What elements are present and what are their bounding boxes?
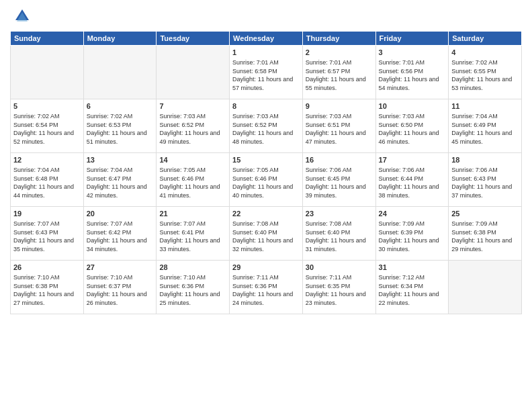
- day-info: Sunrise: 7:10 AM Sunset: 6:36 PM Dayligh…: [159, 274, 220, 306]
- weekday-wednesday: Wednesday: [230, 32, 303, 46]
- day-info: Sunrise: 7:07 AM Sunset: 6:43 PM Dayligh…: [13, 220, 74, 253]
- day-info: Sunrise: 7:03 AM Sunset: 6:52 PM Dayligh…: [159, 113, 220, 145]
- day-cell: [11, 46, 84, 99]
- weekday-tuesday: Tuesday: [157, 32, 230, 46]
- day-number: 31: [379, 263, 446, 273]
- day-number: 29: [232, 263, 300, 273]
- day-cell: 18Sunrise: 7:06 AM Sunset: 6:43 PM Dayli…: [449, 153, 522, 207]
- day-cell: 1Sunrise: 7:01 AM Sunset: 6:58 PM Daylig…: [230, 46, 303, 99]
- page: SundayMondayTuesdayWednesdayThursdayFrid…: [0, 0, 532, 411]
- day-info: Sunrise: 7:01 AM Sunset: 6:58 PM Dayligh…: [232, 59, 293, 91]
- day-info: Sunrise: 7:06 AM Sunset: 6:43 PM Dayligh…: [451, 167, 512, 199]
- calendar-table: SundayMondayTuesdayWednesdayThursdayFrid…: [10, 31, 522, 314]
- day-cell: [157, 46, 230, 99]
- day-cell: [83, 46, 157, 99]
- day-cell: 16Sunrise: 7:06 AM Sunset: 6:45 PM Dayli…: [302, 153, 375, 207]
- day-info: Sunrise: 7:10 AM Sunset: 6:38 PM Dayligh…: [13, 274, 74, 306]
- day-cell: 10Sunrise: 7:03 AM Sunset: 6:50 PM Dayli…: [375, 99, 449, 153]
- day-info: Sunrise: 7:01 AM Sunset: 6:56 PM Dayligh…: [379, 59, 439, 91]
- day-cell: 4Sunrise: 7:02 AM Sunset: 6:55 PM Daylig…: [449, 46, 522, 99]
- day-cell: [449, 261, 522, 314]
- day-info: Sunrise: 7:07 AM Sunset: 6:42 PM Dayligh…: [87, 220, 147, 253]
- day-info: Sunrise: 7:03 AM Sunset: 6:50 PM Dayligh…: [379, 113, 439, 145]
- day-cell: 5Sunrise: 7:02 AM Sunset: 6:54 PM Daylig…: [11, 99, 84, 153]
- day-info: Sunrise: 7:08 AM Sunset: 6:40 PM Dayligh…: [232, 220, 293, 253]
- day-info: Sunrise: 7:12 AM Sunset: 6:34 PM Dayligh…: [379, 274, 439, 306]
- weekday-sunday: Sunday: [11, 32, 84, 46]
- day-cell: 21Sunrise: 7:07 AM Sunset: 6:41 PM Dayli…: [157, 207, 230, 261]
- day-number: 10: [379, 101, 446, 111]
- day-cell: 13Sunrise: 7:04 AM Sunset: 6:47 PM Dayli…: [83, 153, 157, 207]
- day-info: Sunrise: 7:06 AM Sunset: 6:45 PM Dayligh…: [306, 167, 366, 199]
- day-number: 12: [13, 155, 81, 165]
- day-info: Sunrise: 7:03 AM Sunset: 6:52 PM Dayligh…: [232, 113, 293, 145]
- week-row-5: 26Sunrise: 7:10 AM Sunset: 6:38 PM Dayli…: [11, 261, 522, 314]
- day-info: Sunrise: 7:05 AM Sunset: 6:46 PM Dayligh…: [232, 167, 293, 199]
- day-number: 17: [379, 155, 446, 165]
- day-number: 16: [306, 155, 373, 165]
- day-info: Sunrise: 7:07 AM Sunset: 6:41 PM Dayligh…: [159, 220, 220, 253]
- day-cell: 27Sunrise: 7:10 AM Sunset: 6:37 PM Dayli…: [83, 261, 157, 314]
- day-number: 24: [379, 209, 446, 219]
- weekday-friday: Friday: [375, 32, 449, 46]
- day-cell: 30Sunrise: 7:11 AM Sunset: 6:35 PM Dayli…: [302, 261, 375, 314]
- day-info: Sunrise: 7:01 AM Sunset: 6:57 PM Dayligh…: [306, 59, 366, 91]
- logo: [10, 7, 32, 26]
- day-info: Sunrise: 7:11 AM Sunset: 6:36 PM Dayligh…: [232, 274, 293, 306]
- day-info: Sunrise: 7:04 AM Sunset: 6:47 PM Dayligh…: [87, 167, 147, 199]
- day-cell: 3Sunrise: 7:01 AM Sunset: 6:56 PM Daylig…: [375, 46, 449, 99]
- day-number: 9: [306, 101, 373, 111]
- day-cell: 23Sunrise: 7:08 AM Sunset: 6:40 PM Dayli…: [302, 207, 375, 261]
- logo-icon: [13, 7, 32, 26]
- day-cell: 17Sunrise: 7:06 AM Sunset: 6:44 PM Dayli…: [375, 153, 449, 207]
- weekday-saturday: Saturday: [449, 32, 522, 46]
- day-number: 6: [87, 101, 154, 111]
- day-number: 21: [159, 209, 226, 219]
- day-number: 23: [306, 209, 373, 219]
- day-number: 18: [451, 155, 519, 165]
- day-number: 25: [451, 209, 519, 219]
- day-number: 28: [159, 263, 226, 273]
- day-cell: 7Sunrise: 7:03 AM Sunset: 6:52 PM Daylig…: [157, 99, 230, 153]
- day-info: Sunrise: 7:02 AM Sunset: 6:55 PM Dayligh…: [451, 59, 512, 91]
- day-info: Sunrise: 7:05 AM Sunset: 6:46 PM Dayligh…: [159, 167, 220, 199]
- day-number: 30: [306, 263, 373, 273]
- day-info: Sunrise: 7:04 AM Sunset: 6:48 PM Dayligh…: [13, 167, 74, 199]
- day-info: Sunrise: 7:09 AM Sunset: 6:39 PM Dayligh…: [379, 220, 439, 253]
- day-cell: 22Sunrise: 7:08 AM Sunset: 6:40 PM Dayli…: [230, 207, 303, 261]
- day-cell: 29Sunrise: 7:11 AM Sunset: 6:36 PM Dayli…: [230, 261, 303, 314]
- day-number: 26: [13, 263, 81, 273]
- day-info: Sunrise: 7:08 AM Sunset: 6:40 PM Dayligh…: [306, 220, 366, 253]
- day-cell: 19Sunrise: 7:07 AM Sunset: 6:43 PM Dayli…: [11, 207, 84, 261]
- header: [10, 7, 522, 26]
- day-number: 27: [87, 263, 154, 273]
- day-number: 8: [232, 101, 300, 111]
- day-cell: 9Sunrise: 7:03 AM Sunset: 6:51 PM Daylig…: [302, 99, 375, 153]
- day-cell: 20Sunrise: 7:07 AM Sunset: 6:42 PM Dayli…: [83, 207, 157, 261]
- day-cell: 8Sunrise: 7:03 AM Sunset: 6:52 PM Daylig…: [230, 99, 303, 153]
- day-number: 2: [306, 48, 373, 58]
- day-cell: 28Sunrise: 7:10 AM Sunset: 6:36 PM Dayli…: [157, 261, 230, 314]
- day-info: Sunrise: 7:06 AM Sunset: 6:44 PM Dayligh…: [379, 167, 439, 199]
- day-cell: 6Sunrise: 7:02 AM Sunset: 6:53 PM Daylig…: [83, 99, 157, 153]
- day-cell: 12Sunrise: 7:04 AM Sunset: 6:48 PM Dayli…: [11, 153, 84, 207]
- weekday-monday: Monday: [83, 32, 157, 46]
- day-info: Sunrise: 7:10 AM Sunset: 6:37 PM Dayligh…: [87, 274, 147, 306]
- day-info: Sunrise: 7:04 AM Sunset: 6:49 PM Dayligh…: [451, 113, 512, 145]
- week-row-3: 12Sunrise: 7:04 AM Sunset: 6:48 PM Dayli…: [11, 153, 522, 207]
- day-cell: 24Sunrise: 7:09 AM Sunset: 6:39 PM Dayli…: [375, 207, 449, 261]
- day-cell: 14Sunrise: 7:05 AM Sunset: 6:46 PM Dayli…: [157, 153, 230, 207]
- day-number: 1: [232, 48, 300, 58]
- day-info: Sunrise: 7:03 AM Sunset: 6:51 PM Dayligh…: [306, 113, 366, 145]
- day-cell: 15Sunrise: 7:05 AM Sunset: 6:46 PM Dayli…: [230, 153, 303, 207]
- day-number: 3: [379, 48, 446, 58]
- day-number: 13: [87, 155, 154, 165]
- day-number: 14: [159, 155, 226, 165]
- weekday-thursday: Thursday: [302, 32, 375, 46]
- week-row-2: 5Sunrise: 7:02 AM Sunset: 6:54 PM Daylig…: [11, 99, 522, 153]
- day-info: Sunrise: 7:02 AM Sunset: 6:53 PM Dayligh…: [87, 113, 147, 145]
- day-cell: 2Sunrise: 7:01 AM Sunset: 6:57 PM Daylig…: [302, 46, 375, 99]
- day-cell: 26Sunrise: 7:10 AM Sunset: 6:38 PM Dayli…: [11, 261, 84, 314]
- day-cell: 11Sunrise: 7:04 AM Sunset: 6:49 PM Dayli…: [449, 99, 522, 153]
- weekday-header-row: SundayMondayTuesdayWednesdayThursdayFrid…: [11, 32, 522, 46]
